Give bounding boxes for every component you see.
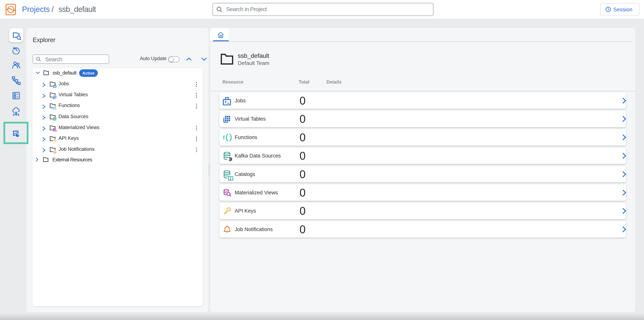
- svg-text:f(): f(): [52, 106, 56, 110]
- svg-text:f: f: [223, 134, 225, 140]
